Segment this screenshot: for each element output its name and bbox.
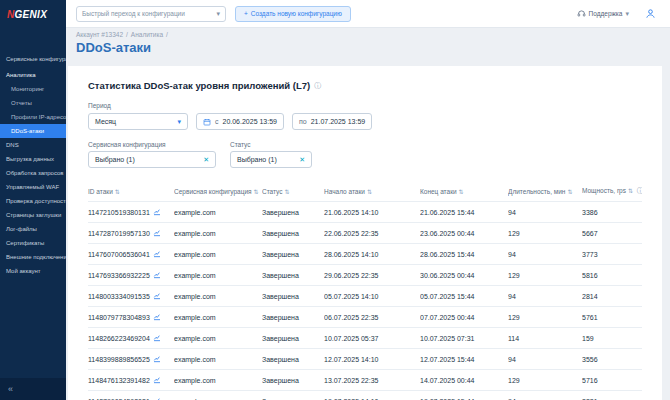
table-row: 1148266223469204 example.com Завершена 1… [88,328,642,349]
column-header[interactable]: Начало атаки⇅ [324,181,420,202]
column-header[interactable]: Сервисная конфигурация⇅ [174,181,262,202]
date-from-value: 20.06.2025 13:59 [223,118,278,125]
sort-icon[interactable]: ⇅ [459,189,464,195]
sidebar-item-ddos-attacks[interactable]: DDoS-атаки [0,124,66,138]
attack-chart-icon[interactable] [153,355,161,363]
attack-chart-icon[interactable] [153,292,161,300]
sort-icon[interactable]: ⇅ [254,189,259,195]
sort-icon[interactable]: ⇅ [628,188,633,194]
date-to-input[interactable]: по 21.07.2025 13:59 [292,113,372,130]
cell-status: Завершена [262,349,324,370]
sidebar-item-certificates[interactable]: Сертификаты [0,236,66,250]
cell-config: example.com [174,328,262,349]
sidebar-item-label: Проверка доступности [6,198,66,204]
sidebar-item-external-connections[interactable]: Внешние подключения [0,250,66,264]
cell-power: 3321 [582,391,642,400]
cell-power: 3556 [582,349,642,370]
cell-config: example.com [174,202,262,223]
sidebar-item-my-account[interactable]: Мой аккаунт [0,264,66,278]
person-icon [645,8,656,19]
sidebar-item-data-export[interactable]: Выгрузка данных [0,152,66,166]
support-label: Поддержка [589,10,623,17]
column-label: Длительность, мин [508,188,565,195]
cell-config: example.com [174,286,262,307]
column-header[interactable]: ID атаки⇅ [88,181,174,202]
sidebar-item-label: Сервисные конфигурации [6,56,66,62]
table-header-row: ID атаки⇅ Сервисная конфигурация⇅ Статус… [88,181,642,202]
chevron-down-icon: ▾ [216,10,220,17]
sort-icon[interactable]: ⇅ [285,189,290,195]
cell-status: Завершена [262,223,324,244]
attack-chart-icon[interactable] [153,271,161,279]
sidebar-item-analytics[interactable]: Аналитика [0,68,66,82]
filter-status-label: Статус [230,141,312,148]
sidebar-item-label: Мой аккаунт [6,268,40,274]
column-header[interactable]: Конец атаки⇅ [420,181,508,202]
sidebar-collapse-button[interactable]: « [0,378,66,400]
breadcrumb-section[interactable]: Аналитика [131,31,163,38]
sidebar-item-reports[interactable]: Отчеты [0,96,66,110]
sidebar-item-ip-profiles[interactable]: Профили IP-адресов [0,110,66,124]
calendar-icon [203,118,211,126]
sidebar-item-service-configs[interactable]: Сервисные конфигурации [0,52,66,66]
cell-duration: 129 [508,265,582,286]
chevron-down-icon: ▾ [625,10,629,17]
filter-status-select[interactable]: Выбрано (1) ✕ [230,151,312,168]
sidebar-item-label: DDoS-атаки [11,128,44,134]
filter-service-config-select[interactable]: Выбрано (1) ✕ [88,151,216,168]
attack-chart-icon[interactable] [153,334,161,342]
cell-start: 29.06.2025 22:35 [324,265,420,286]
attack-chart-icon[interactable] [153,376,161,384]
sort-icon[interactable]: ⇅ [567,189,572,195]
plus-icon: + [244,10,248,17]
sort-icon[interactable]: ⇅ [367,189,372,195]
column-header[interactable]: Мощность, rps⇅ ⓘ [582,181,642,202]
brand-logo[interactable]: NGENIX [0,0,66,28]
filters-row: Сервисная конфигурация Выбрано (1) ✕ Ста… [88,130,642,168]
column-header[interactable]: Статус⇅ [262,181,324,202]
date-from-input[interactable]: с 20.06.2025 13:59 [196,113,284,130]
period-preset-select[interactable]: Месяц ▾ [88,113,188,130]
sidebar-item-monitoring[interactable]: Мониторинг [0,82,66,96]
headset-icon [577,9,586,18]
quick-nav-select[interactable]: Быстрый переход к конфигурации ▾ [76,6,226,22]
sidebar-item-stub-pages[interactable]: Страницы заглушки [0,208,66,222]
sidebar-item-label: DNS [6,142,19,148]
column-header[interactable]: Длительность, мин⇅ [508,181,582,202]
user-account-button[interactable] [645,8,656,19]
attack-chart-icon[interactable] [153,313,161,321]
attack-chart-icon[interactable] [153,229,161,237]
sidebar-item-managed-waf[interactable]: Управляемый WAF [0,180,66,194]
quick-nav-placeholder: Быстрый переход к конфигурации [82,10,185,17]
cell-config: example.com [174,349,262,370]
sidebar-item-dns[interactable]: DNS [0,138,66,152]
cell-status: Завершена [262,307,324,328]
period-label: Период [88,102,642,109]
info-icon[interactable]: ⓘ [637,187,642,194]
cell-end: 28.06.2025 15:44 [420,244,508,265]
column-label: Конец атаки [420,188,457,195]
clear-filter-icon[interactable]: ✕ [203,156,209,164]
cell-power: 159 [582,328,642,349]
info-icon[interactable]: ⓘ [314,81,321,91]
sidebar-item-availability-check[interactable]: Проверка доступности [0,194,66,208]
support-menu[interactable]: Поддержка ▾ [577,9,629,18]
cell-status: Завершена [262,370,324,391]
cell-end: 19.07.2025 15:44 [420,391,508,400]
sort-icon[interactable]: ⇅ [115,189,120,195]
sidebar-item-request-processing[interactable]: Обработка запросов [0,166,66,180]
attack-chart-icon[interactable] [153,250,161,258]
cell-start: 19.07.2025 14:10 [324,391,420,400]
breadcrumb-account[interactable]: Аккаунт #13342 [76,31,123,38]
cell-status: Завершена [262,286,324,307]
attack-chart-icon[interactable] [153,208,161,216]
sidebar-item-log-files[interactable]: Лог-файлы [0,222,66,236]
clear-filter-icon[interactable]: ✕ [299,156,305,164]
cell-config: example.com [174,391,262,400]
period-controls: Месяц ▾ с 20.06.2025 13:59 по 21.07.2025… [88,113,642,130]
cell-start: 06.07.2025 22:35 [324,307,420,328]
date-from-prefix: с [215,118,219,125]
create-config-button[interactable]: + Создать новую конфигурацию [235,6,351,22]
cell-end: 10.07.2025 07:31 [420,328,508,349]
chevron-down-icon: ▾ [177,118,181,125]
